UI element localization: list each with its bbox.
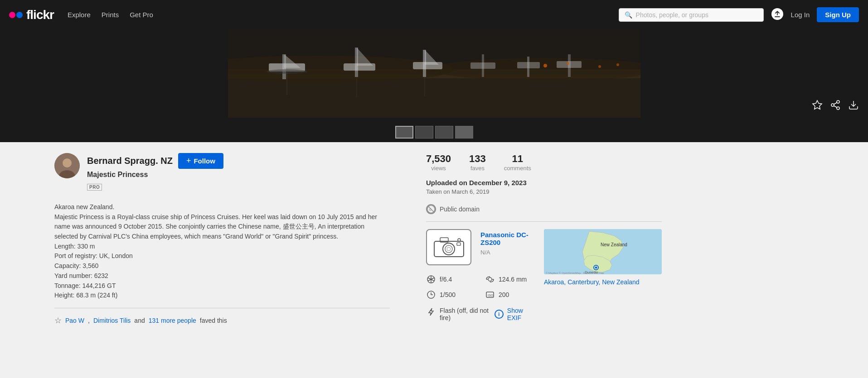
svg-line-33 (834, 106, 837, 108)
license-row: © Public domain (426, 204, 662, 214)
svg-marker-29 (813, 100, 822, 109)
thumbnail-1[interactable] (395, 126, 413, 139)
follow-plus-icon: + (186, 156, 191, 166)
dot-blue (16, 12, 23, 18)
side-actions (812, 100, 859, 113)
main-photo (228, 29, 640, 118)
public-domain-icon: © (427, 205, 435, 214)
thumbnail-2[interactable] (415, 126, 433, 139)
exif-aperture: f/6.4 (426, 274, 476, 284)
download-icon (848, 100, 859, 110)
flickr-dots (9, 12, 23, 18)
nav-getpro[interactable]: Get Pro (130, 11, 153, 19)
svg-rect-17 (470, 62, 495, 69)
show-exif-row[interactable]: i Show EXIF (495, 307, 535, 321)
photo-svg (228, 29, 640, 118)
right-column: 7,530 views 133 faves 11 comments Upload… (408, 153, 680, 346)
stat-views: 7,530 views (426, 153, 451, 172)
search-input[interactable] (636, 11, 758, 19)
content-area: Bernard Spragg. NZ + Follow Majestic Pri… (0, 142, 868, 346)
faved-and: and (134, 317, 145, 324)
thumbnail-3[interactable] (435, 126, 453, 139)
svg-rect-12 (344, 63, 375, 71)
aperture-icon (426, 274, 436, 284)
svg-point-45 (445, 245, 452, 253)
info-icon: i (495, 310, 504, 319)
svg-line-34 (834, 103, 837, 105)
share-button[interactable] (830, 100, 841, 113)
map-section: New Zealand Dunedin © Mapbox © OpenStree… (544, 229, 662, 286)
camera-section: Panasonic DC-ZS200 N/A (426, 229, 535, 265)
upload-date: Uploaded on December 9, 2023 (426, 179, 662, 187)
avatar-image (54, 153, 80, 178)
faved-suffix: faved this (200, 317, 227, 324)
author-name-row: Bernard Spragg. NZ + Follow (87, 153, 390, 169)
focal-length-value: 124.6 mm (499, 276, 527, 283)
thumbnail-strip (0, 122, 868, 142)
svg-text:New Zealand: New Zealand (601, 242, 627, 247)
faved-person2[interactable]: Dimitrios Tilis (93, 317, 131, 324)
faved-row: ☆ Pao W , Dimitrios Tilis and 131 more p… (54, 316, 390, 325)
search-bar[interactable]: 🔍 (619, 8, 764, 22)
download-button[interactable] (848, 100, 859, 113)
map-svg: New Zealand Dunedin © Mapbox © OpenStree… (544, 229, 662, 274)
favorite-button[interactable] (812, 100, 823, 113)
svg-point-30 (837, 100, 839, 103)
logo[interactable]: flickr (9, 8, 54, 22)
svg-rect-19 (517, 62, 540, 68)
divider-2 (426, 221, 662, 222)
login-link[interactable]: Log In (791, 11, 810, 19)
desc-line-1: Akaroa new Zealand. (54, 203, 114, 211)
flickr-logo-text: flickr (26, 8, 54, 22)
follow-button[interactable]: + Follow (178, 153, 223, 169)
svg-point-28 (616, 63, 619, 66)
views-value: 7,530 (426, 153, 451, 165)
flash-item: Flash (off, did not fire) (426, 307, 495, 321)
desc-line-8: Height: 68.3 m (224 ft) (54, 292, 117, 299)
desc-line-5: Capacity: 3,560 (54, 262, 98, 269)
avatar[interactable] (54, 153, 80, 178)
signup-button[interactable]: Sign Up (817, 7, 859, 22)
location-link[interactable]: Akaroa, Canterbury, New Zealand (544, 278, 640, 286)
svg-text:ISO: ISO (488, 294, 494, 297)
faves-value: 133 (469, 153, 486, 165)
svg-point-25 (543, 64, 547, 67)
desc-line-6: Yard number: 6232 (54, 272, 108, 279)
share-icon (830, 100, 841, 110)
svg-point-31 (831, 104, 834, 106)
iso-icon: ISO (485, 290, 495, 300)
exif-focal-length: 124.6 mm (485, 274, 535, 284)
camera-name[interactable]: Panasonic DC-ZS200 (480, 231, 535, 246)
faved-comma: , (88, 317, 90, 324)
svg-point-32 (837, 107, 839, 110)
svg-point-27 (598, 65, 601, 68)
camera-icon-box (426, 229, 471, 265)
svg-line-52 (431, 279, 434, 281)
svg-line-51 (431, 278, 434, 280)
upload-button[interactable] (771, 8, 784, 22)
nav-prints[interactable]: Prints (102, 11, 119, 19)
svg-text:©: © (429, 208, 432, 212)
map-container[interactable]: New Zealand Dunedin © Mapbox © OpenStree… (544, 229, 662, 274)
nav-explore[interactable]: Explore (68, 11, 91, 19)
author-info: Bernard Spragg. NZ + Follow Majestic Pri… (87, 153, 390, 195)
dot-pink (9, 12, 15, 18)
desc-line-7: Tonnage: 144,216 GT (54, 282, 116, 289)
faved-person1[interactable]: Pao W (65, 317, 84, 324)
author-row: Bernard Spragg. NZ + Follow Majestic Pri… (54, 153, 390, 195)
shutter-icon (426, 290, 436, 300)
shutter-value: 1/500 (440, 291, 456, 298)
svg-rect-21 (557, 61, 582, 68)
exif-shutter: 1/500 (426, 290, 476, 300)
svg-point-65 (595, 267, 597, 269)
stat-faves: 133 faves (469, 153, 486, 172)
iso-value: 200 (499, 291, 509, 298)
faves-label: faves (469, 165, 486, 172)
svg-point-37 (63, 158, 72, 167)
svg-point-46 (447, 247, 451, 251)
license-label: Public domain (440, 206, 480, 213)
views-label: views (426, 165, 451, 172)
thumbnail-4[interactable] (455, 126, 473, 139)
stats-row: 7,530 views 133 faves 11 comments (426, 153, 662, 172)
faved-more[interactable]: 131 more people (149, 317, 196, 324)
